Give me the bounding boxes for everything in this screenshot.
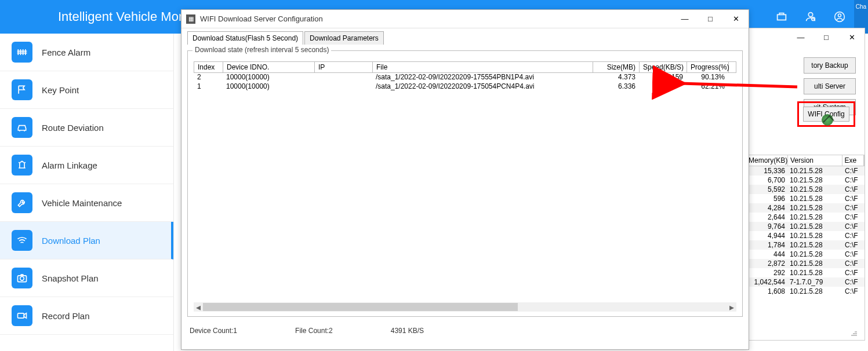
col-header-memory[interactable]: Memory(KB) — [746, 155, 788, 166]
svg-point-4 — [838, 14, 841, 17]
table-row[interactable]: 596 10.21.5.28 C:\F — [746, 194, 865, 203]
cell-memory: 15,336 — [746, 166, 787, 176]
cell-size: 6.336 — [593, 82, 639, 92]
cell-version: 10.21.5.28 — [787, 194, 842, 203]
sidebar-item-snapshot-plan[interactable]: Snapshot Plan — [0, 259, 173, 297]
col-header-speed[interactable]: Speed(KB/S) — [640, 62, 687, 72]
tab-download-status[interactable]: Download Status(Flash 5 Second) — [187, 31, 303, 45]
bgwin-minimize-button[interactable]: — — [788, 28, 813, 46]
dialog-minimize-button[interactable]: — — [672, 10, 698, 28]
sidebar-item-label: Record Plan — [42, 311, 90, 321]
dialog-maximize-button[interactable]: □ — [698, 10, 723, 28]
cell-exe: C:\F — [842, 277, 865, 287]
table-row[interactable]: 1 10000(10000) /sata_1/2022-02-09/I20220… — [194, 82, 736, 92]
siren-icon — [12, 155, 32, 176]
bgwin-maximize-button[interactable]: □ — [813, 28, 839, 46]
table-row[interactable]: 1,608 10.21.5.28 C:\F — [746, 287, 865, 296]
col-header-size[interactable]: Size(MB) — [593, 62, 640, 72]
tab-download-parameters[interactable]: Download Parameters — [304, 31, 384, 45]
table-row[interactable]: 2 10000(10000) /sata_1/2022-02-09/I20220… — [194, 73, 736, 82]
scroll-left-icon[interactable]: ◂ — [194, 302, 203, 312]
dialog-app-icon: ▦ — [186, 14, 195, 24]
table-row[interactable]: 2,644 10.21.5.28 C:\F — [746, 213, 865, 222]
car-icon — [12, 117, 32, 138]
table-row[interactable]: 2,872 10.21.5.28 C:\F — [746, 259, 865, 268]
dialog-title: WIFI Download Server Configuration — [200, 14, 672, 23]
cell-device: 10000(10000) — [223, 82, 314, 92]
cell-version: 10.21.5.28 — [787, 259, 842, 268]
download-grid-rows: 2 10000(10000) /sata_1/2022-02-09/I20220… — [194, 73, 736, 92]
sidebar-item-key-point[interactable]: Key Point — [0, 71, 173, 109]
table-row[interactable]: 1,784 10.21.5.28 C:\F — [746, 240, 865, 250]
col-header-index[interactable]: Index — [194, 62, 223, 72]
table-row[interactable]: 1,042,544 7-1.7.0_79 C:\F — [746, 277, 865, 287]
col-header-file[interactable]: File — [373, 62, 593, 72]
cell-exe: C:\F — [842, 268, 865, 277]
cell-version: 10.21.5.28 — [787, 185, 842, 194]
cell-memory: 2,872 — [746, 259, 787, 268]
cell-exe: C:\F — [842, 250, 865, 259]
svg-rect-7 — [18, 313, 24, 318]
col-header-ip[interactable]: IP — [315, 62, 373, 72]
bgwin-close-button[interactable]: ✕ — [839, 28, 865, 46]
cell-memory: 292 — [746, 268, 787, 277]
cell-exe: C:\F — [842, 185, 865, 194]
cell-speed — [639, 82, 687, 92]
col-header-version[interactable]: Version — [788, 155, 842, 166]
bgwin-resize-grip-icon[interactable] — [845, 328, 863, 337]
sidebar-item-record-plan[interactable]: Record Plan — [0, 297, 173, 335]
col-header-progress[interactable]: Progress(%) — [687, 62, 729, 72]
scroll-right-icon[interactable]: ▸ — [727, 302, 736, 312]
table-row[interactable]: 292 10.21.5.28 C:\F — [746, 268, 865, 277]
table-row[interactable]: 9,764 10.21.5.28 C:\F — [746, 222, 865, 231]
table-row[interactable]: 15,336 10.21.5.28 C:\F — [746, 166, 865, 176]
table-row[interactable]: 5,592 10.21.5.28 C:\F — [746, 185, 865, 194]
cell-memory: 6,700 — [746, 176, 787, 185]
cell-memory: 1,608 — [746, 287, 787, 296]
cell-exe: C:\F — [842, 287, 865, 296]
sidebar-item-route-deviation[interactable]: Route Deviation — [0, 109, 173, 147]
table-row[interactable]: 4,944 10.21.5.28 C:\F — [746, 231, 865, 240]
horizontal-scrollbar[interactable]: ◂ ▸ — [194, 302, 736, 312]
cell-version: 10.21.5.28 — [787, 203, 842, 213]
col-header-device[interactable]: Device IDNO. — [223, 62, 315, 72]
cell-memory: 2,644 — [746, 213, 787, 222]
dialog-close-button[interactable]: ✕ — [723, 10, 749, 28]
history-backup-button[interactable]: tory Backup — [804, 57, 856, 74]
cell-exe: C:\F — [842, 213, 865, 222]
cell-version: 10.21.5.28 — [787, 176, 842, 185]
table-row[interactable]: 444 10.21.5.28 C:\F — [746, 250, 865, 259]
footer-file-count: File Count:2 — [295, 327, 333, 335]
cell-version: 10.21.5.28 — [787, 166, 842, 176]
cell-version: 10.21.5.28 — [787, 213, 842, 222]
sidebar-item-label: Download Plan — [42, 236, 100, 246]
sidebar: Fence Alarm Key Point Route Deviation Al… — [0, 34, 174, 351]
scroll-thumb[interactable] — [203, 303, 518, 311]
cell-exe: C:\F — [842, 231, 865, 240]
wifi-config-button[interactable]: WIFI Config — [803, 107, 849, 122]
cell-exe: C:\F — [842, 176, 865, 185]
multi-server-button[interactable]: ulti Server — [804, 78, 856, 94]
process-table: Memory(KB) Version Exe 15,336 10.21.5.28… — [746, 155, 865, 296]
cell-exe: C:\F — [842, 194, 865, 203]
cell-size: 4.373 — [593, 73, 639, 82]
cell-memory: 5,592 — [746, 185, 787, 194]
table-row[interactable]: 4,284 10.21.5.28 C:\F — [746, 203, 865, 213]
sidebar-item-alarm-linkage[interactable]: Alarm Linkage — [0, 147, 173, 184]
cell-index: 2 — [194, 73, 223, 82]
cell-exe: C:\F — [842, 222, 865, 231]
sidebar-item-label: Snapshot Plan — [42, 273, 99, 283]
cell-memory: 1,042,544 — [746, 277, 787, 287]
cell-file: /sata_1/2022-02-09/I20220209-175054PCN4P… — [372, 82, 593, 92]
col-header-exe[interactable]: Exe — [842, 155, 865, 166]
sidebar-item-fence-alarm[interactable]: Fence Alarm — [0, 34, 173, 71]
cell-version: 10.21.5.28 — [787, 231, 842, 240]
sidebar-item-download-plan[interactable]: Download Plan — [0, 222, 173, 259]
cell-ip — [314, 82, 372, 92]
cell-version: 10.21.5.28 — [787, 287, 842, 296]
table-row[interactable]: 6,700 10.21.5.28 C:\F — [746, 176, 865, 185]
dialog-titlebar[interactable]: ▦ WIFI Download Server Configuration — □… — [181, 10, 749, 28]
sidebar-item-vehicle-maintenance[interactable]: Vehicle Maintenance — [0, 184, 173, 222]
cell-memory: 9,764 — [746, 222, 787, 231]
cell-exe: C:\F — [842, 240, 865, 250]
